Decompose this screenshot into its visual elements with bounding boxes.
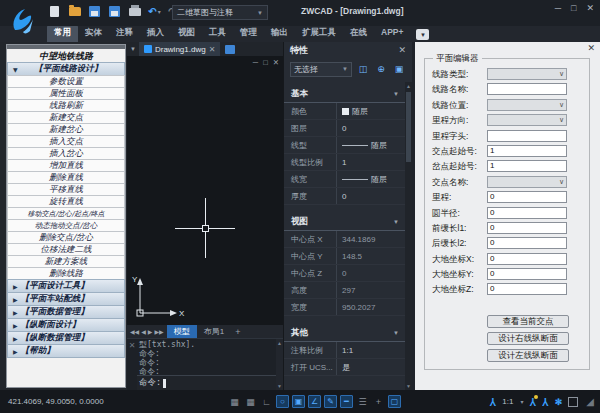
property-row[interactable]: 打开 UCS...是 xyxy=(284,359,405,376)
ribbon-tab-APP+[interactable]: APP+ xyxy=(374,25,410,42)
property-row[interactable]: 注释比例1:1 xyxy=(284,342,405,359)
field-input[interactable]: 0 xyxy=(487,237,567,249)
field-input[interactable] xyxy=(487,130,567,142)
property-value[interactable]: 是 xyxy=(336,359,405,375)
editor-button[interactable]: 查看当前交点 xyxy=(487,315,569,328)
property-row[interactable]: 图层0 xyxy=(284,120,405,137)
field-select[interactable]: ∨ xyxy=(487,114,567,126)
property-value[interactable]: 297 xyxy=(336,282,405,298)
property-row[interactable]: 颜色随层 xyxy=(284,103,405,120)
new-drawing-icon[interactable] xyxy=(225,45,235,54)
prev-layout-icon[interactable]: ◀ xyxy=(141,328,146,335)
field-input[interactable] xyxy=(487,83,567,95)
menu-icon[interactable]: ☰ xyxy=(356,395,369,408)
print-icon[interactable] xyxy=(128,5,141,18)
resize-grip[interactable]: ◢ xyxy=(586,396,594,407)
scroll-up-icon[interactable]: ▲ xyxy=(405,83,412,89)
lineweight-icon[interactable]: ━ xyxy=(340,395,353,408)
ribbon-tab-管理[interactable]: 管理 xyxy=(233,25,264,42)
selection-dropdown[interactable]: 无选择 ▼ xyxy=(290,62,352,77)
field-input[interactable]: 0 xyxy=(487,207,567,219)
ribbon-tab-实体[interactable]: 实体 xyxy=(78,25,109,42)
ribbon-tab-常用[interactable]: 常用 xyxy=(47,25,78,42)
select-objects-icon[interactable]: ⊕ xyxy=(374,62,388,76)
annotation-visibility-icon[interactable]: Y xyxy=(529,396,536,407)
annotation-autoscale-icon[interactable]: Y xyxy=(542,396,549,407)
properties-section-header[interactable]: 视图▼ xyxy=(284,214,405,231)
cursor-select-icon[interactable]: + xyxy=(372,395,385,408)
field-input[interactable]: 1 xyxy=(487,145,567,157)
save-icon[interactable] xyxy=(88,5,101,18)
ribbon-collapse-icon[interactable]: ▼ xyxy=(416,29,429,40)
quick-select-icon[interactable]: ▣ xyxy=(392,62,406,76)
sidebar-section-collapsed[interactable]: ▶【平面设计工具】 xyxy=(7,279,125,293)
grid-icon[interactable]: ▦ xyxy=(244,395,257,408)
field-select[interactable]: ∨ xyxy=(487,68,567,80)
saveas-icon[interactable] xyxy=(108,5,121,18)
ribbon-tab-扩展工具[interactable]: 扩展工具 xyxy=(295,25,343,42)
ribbon-tab-输出[interactable]: 输出 xyxy=(264,25,295,42)
properties-scrollbar[interactable]: ▲ ▼ xyxy=(405,82,412,390)
close-button[interactable]: ✕ xyxy=(586,3,594,13)
field-select[interactable]: ∨ xyxy=(487,99,567,111)
workspace-dropdown[interactable]: 二维草图与注释 ▼ xyxy=(172,5,268,20)
property-value[interactable]: 0 xyxy=(336,265,405,281)
sidebar-section-collapsed[interactable]: ▶【平面车站配线】 xyxy=(7,292,125,306)
property-row[interactable]: 线型随层 xyxy=(284,137,405,154)
model-space-icon[interactable]: ▢ xyxy=(388,395,401,408)
field-select[interactable]: ∨ xyxy=(487,176,567,188)
doc-list-icon[interactable]: ▼ xyxy=(130,46,136,52)
dynamic-input-icon[interactable]: ✎ xyxy=(324,395,337,408)
property-value[interactable]: 344.1869 xyxy=(336,231,405,247)
command-scrollbar[interactable]: ▲ ▼ xyxy=(276,339,283,390)
property-row[interactable]: 线宽随层 xyxy=(284,171,405,188)
mdi-close-button[interactable]: ✕ xyxy=(273,58,279,67)
ribbon-tab-工具[interactable]: 工具 xyxy=(202,25,233,42)
property-row[interactable]: 宽度950.2027 xyxy=(284,299,405,316)
undo-icon[interactable]: ↶▾ xyxy=(148,5,161,18)
property-row[interactable]: 中心点 Z0 xyxy=(284,265,405,282)
field-input[interactable]: 0 xyxy=(487,253,567,265)
layout-tab-布局1[interactable]: 布局1 xyxy=(197,325,231,338)
mdi-minimize-button[interactable]: ─ xyxy=(253,58,258,67)
annotation-scale-value[interactable]: 1:1 xyxy=(502,397,513,406)
sidebar-section-collapsed[interactable]: ▶【平面数据管理】 xyxy=(7,305,125,319)
layout-tab-模型[interactable]: 模型 xyxy=(167,325,197,338)
scroll-thumb[interactable] xyxy=(406,92,411,162)
field-input[interactable]: 0 xyxy=(487,222,567,234)
first-layout-icon[interactable]: ◀◀ xyxy=(130,328,139,335)
polar-icon[interactable]: ∠ xyxy=(308,395,321,408)
ribbon-tab-插入[interactable]: 插入 xyxy=(140,25,171,42)
field-input[interactable]: 0 xyxy=(487,268,567,280)
open-icon[interactable] xyxy=(68,5,81,18)
property-row[interactable]: 线型比例1 xyxy=(284,154,405,171)
sidebar-section-collapsed[interactable]: ▶【纵断面设计】 xyxy=(7,318,125,332)
properties-close-icon[interactable]: ✕ xyxy=(398,45,406,55)
property-value[interactable]: 148.5 xyxy=(336,248,405,264)
field-input[interactable]: 0 xyxy=(487,283,567,295)
property-row[interactable]: 中心点 X344.1869 xyxy=(284,231,405,248)
add-layout-icon[interactable]: + xyxy=(235,327,240,337)
scroll-down-icon[interactable]: ▼ xyxy=(277,383,282,389)
maximize-button[interactable]: □ xyxy=(571,3,576,13)
field-input[interactable]: 0 xyxy=(487,191,567,203)
editor-close-icon[interactable]: ✕ xyxy=(587,43,595,53)
sidebar-section-plane-design[interactable]: ▼ 【平面线路设计】 xyxy=(7,62,125,76)
ortho-icon[interactable]: ∟ xyxy=(260,395,273,408)
property-value[interactable]: 1:1 xyxy=(336,342,405,358)
property-row[interactable]: 厚度0 xyxy=(284,188,405,205)
last-layout-icon[interactable]: ▶▶ xyxy=(154,328,163,335)
editor-button[interactable]: 设计右线纵断面 xyxy=(487,332,569,345)
otrack-icon[interactable]: ▣ xyxy=(292,395,305,408)
property-value[interactable]: 随层 xyxy=(336,137,405,153)
next-layout-icon[interactable]: ▶ xyxy=(148,328,153,335)
minimize-button[interactable]: ─ xyxy=(555,3,561,13)
property-value[interactable]: 1 xyxy=(336,154,405,170)
sidebar-section-collapsed[interactable]: ▶【帮助】 xyxy=(7,344,125,358)
field-input[interactable]: 1 xyxy=(487,160,567,172)
drawing-canvas[interactable]: ─ □ ✕ Y X xyxy=(127,56,283,325)
ribbon-tab-视图[interactable]: 视图 xyxy=(171,25,202,42)
scroll-up-icon[interactable]: ▲ xyxy=(277,340,282,346)
osnap-icon[interactable]: ○ xyxy=(276,395,289,408)
toggle-pickadd-icon[interactable]: ◫ xyxy=(356,62,370,76)
